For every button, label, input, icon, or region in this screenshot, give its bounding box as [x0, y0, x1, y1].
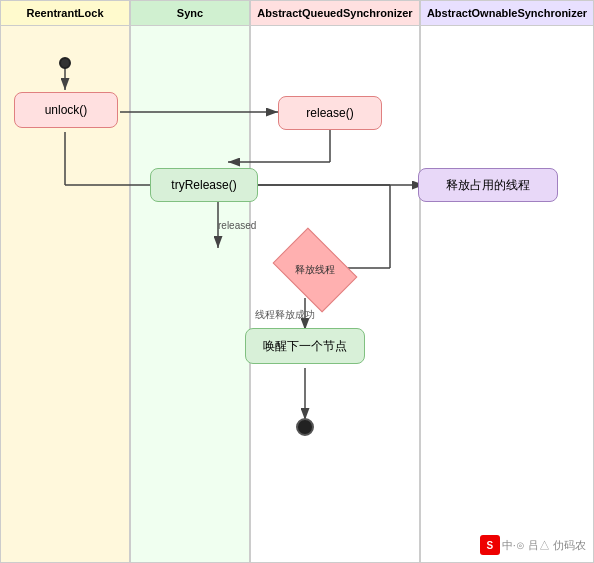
col-reentrant-header: ReentrantLock	[1, 1, 129, 26]
tryrelease-label: tryRelease()	[171, 178, 236, 192]
watermark: S 中·⊙ 吕△ 仂码农	[480, 535, 586, 555]
unlock-label: unlock()	[45, 103, 88, 117]
col-aos: AbstractOwnableSynchronizer	[420, 0, 594, 563]
thread-success-label: 线程释放成功	[255, 308, 315, 322]
end-dot	[296, 418, 314, 436]
col-sync: Sync	[130, 0, 250, 563]
diagram-container: ReentrantLock Sync AbstractQueuedSynchro…	[0, 0, 594, 563]
col-aos-header: AbstractOwnableSynchronizer	[421, 1, 593, 26]
release-thread-box: 释放占用的线程	[418, 168, 558, 202]
col-aqs-header: AbstractQueuedSynchronizer	[251, 1, 419, 26]
diamond-container: 释放线程	[270, 240, 360, 300]
start-dot	[59, 57, 71, 69]
watermark-icon: S	[480, 535, 500, 555]
wake-node-box: 唤醒下一个节点	[245, 328, 365, 364]
release-label: release()	[306, 106, 353, 120]
unlock-box: unlock()	[14, 92, 118, 128]
release-thread-label: 释放占用的线程	[446, 177, 530, 194]
col-reentrant: ReentrantLock	[0, 0, 130, 563]
released-label: released	[218, 220, 256, 231]
diamond-label: 释放线程	[295, 264, 335, 276]
release-box: release()	[278, 96, 382, 130]
watermark-text: 中·⊙ 吕△ 仂码农	[502, 538, 586, 553]
tryrelease-box: tryRelease()	[150, 168, 258, 202]
wake-node-label: 唤醒下一个节点	[263, 338, 347, 355]
col-sync-header: Sync	[131, 1, 249, 26]
